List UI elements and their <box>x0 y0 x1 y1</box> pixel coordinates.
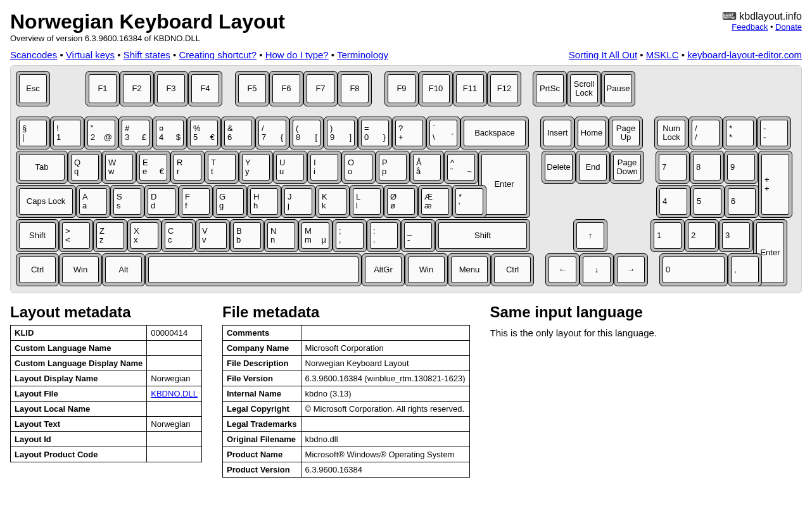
key-r1-12[interactable]: `\´ <box>426 117 460 149</box>
nav-link[interactable]: Terminology <box>337 49 388 60</box>
layout-file-link[interactable]: KBDNO.DLL <box>151 389 198 398</box>
key-num-1[interactable]: 1 <box>650 219 685 252</box>
key-r3-0[interactable]: Aa <box>76 185 110 218</box>
nav-link[interactable]: Virtual keys <box>66 49 115 60</box>
key-bl-1[interactable]: Win <box>59 253 102 286</box>
key-r3-8[interactable]: Ll <box>350 185 384 218</box>
donate-link[interactable]: Donate <box>775 22 802 32</box>
key-num-6[interactable]: 6 <box>725 185 759 218</box>
key-nav2-2[interactable]: Page Down <box>610 151 644 184</box>
key-f3[interactable]: F3 <box>154 71 188 106</box>
key-lshift[interactable]: Shift <box>16 219 59 252</box>
key-r4-7[interactable]: ;, <box>333 219 367 252</box>
key-capslock[interactable]: Caps Lock <box>16 185 76 218</box>
key-sys-0[interactable]: PrtSc <box>533 71 567 106</box>
key-br-0[interactable]: AltGr <box>362 253 405 286</box>
key-r2-8[interactable]: Oo <box>341 151 376 184</box>
key-numtop-3[interactable]: -- <box>757 117 791 149</box>
key-bl-2[interactable]: Alt <box>102 253 145 286</box>
key-iso[interactable]: >< <box>59 219 93 252</box>
key-r4-1[interactable]: Xx <box>127 219 162 252</box>
key-r2-7[interactable]: Ii <box>307 151 341 184</box>
key-r1-9[interactable]: )9] <box>324 117 358 149</box>
key-r3-5[interactable]: Hh <box>247 185 281 218</box>
key-r3-11[interactable]: *' <box>452 185 486 218</box>
key-br-2[interactable]: Menu <box>448 253 491 286</box>
key-f6[interactable]: F6 <box>269 71 303 106</box>
nav-link[interactable]: Shift states <box>124 49 170 60</box>
nav-link[interactable]: Sorting It All Out <box>569 49 637 60</box>
key-numtop-1[interactable]: // <box>688 117 723 149</box>
nav-link[interactable]: How do I type? <box>265 49 329 60</box>
key-arrow-2[interactable]: → <box>614 253 648 286</box>
key-up[interactable]: ↑ <box>573 219 607 252</box>
key-num0[interactable]: 0 <box>659 253 728 286</box>
key-tab[interactable]: Tab <box>16 151 68 184</box>
key-numtop-0[interactable]: Num Lock <box>654 117 688 149</box>
key-num-7[interactable]: 7 <box>656 151 690 184</box>
key-r1-8[interactable]: (8[ <box>289 117 324 149</box>
key-r2-3[interactable]: Rr <box>170 151 205 184</box>
key-arrow-0[interactable]: ← <box>545 253 580 286</box>
key-r1-6[interactable]: &6 <box>221 117 255 149</box>
key-r3-2[interactable]: Dd <box>144 185 179 218</box>
key-nav1-2[interactable]: Page Up <box>609 117 643 149</box>
key-r4-2[interactable]: Cc <box>162 219 196 252</box>
key-nav2-0[interactable]: Delete <box>542 151 576 184</box>
key-r3-6[interactable]: Jj <box>281 185 315 218</box>
key-num-5[interactable]: 5 <box>690 185 725 218</box>
key-r4-8[interactable]: :. <box>367 219 401 252</box>
key-rshift[interactable]: Shift <box>435 219 530 252</box>
key-f7[interactable]: F7 <box>303 71 338 106</box>
nav-link[interactable]: Scancodes <box>10 49 57 60</box>
key-r3-9[interactable]: Øø <box>384 185 418 218</box>
key-f8[interactable]: F8 <box>338 71 372 106</box>
key-f5[interactable]: F5 <box>235 71 269 106</box>
key-r4-6[interactable]: Mmµ <box>298 219 333 252</box>
key-r4-9[interactable]: _- <box>401 219 435 252</box>
key-numtop-2[interactable]: ** <box>723 117 757 149</box>
key-r3-1[interactable]: Ss <box>110 185 144 218</box>
key-br-1[interactable]: Win <box>405 253 448 286</box>
key-r2-1[interactable]: Ww <box>102 151 136 184</box>
key-r4-3[interactable]: Vv <box>196 219 230 252</box>
feedback-link[interactable]: Feedback <box>732 22 768 32</box>
key-num-8[interactable]: 8 <box>690 151 724 184</box>
key-esc[interactable]: Esc <box>16 71 50 106</box>
key-r1-1[interactable]: !1 <box>50 117 84 149</box>
key-r2-10[interactable]: Åå <box>410 151 444 184</box>
key-r2-6[interactable]: Uu <box>273 151 307 184</box>
key-r4-5[interactable]: Nn <box>264 219 298 252</box>
key-r4-0[interactable]: Zz <box>93 219 127 252</box>
key-f9[interactable]: F9 <box>384 71 419 106</box>
key-f10[interactable]: F10 <box>419 71 453 106</box>
key-num-2[interactable]: 2 <box>685 219 719 252</box>
key-r1-7[interactable]: /7{ <box>255 117 289 149</box>
key-r1-3[interactable]: #3£ <box>118 117 153 149</box>
key-numplus[interactable]: ++ <box>758 151 792 218</box>
key-r2-9[interactable]: Pp <box>376 151 410 184</box>
key-r1-5[interactable]: %5€ <box>187 117 221 149</box>
key-r1-10[interactable]: =0} <box>358 117 392 149</box>
key-nav1-1[interactable]: Home <box>574 117 609 149</box>
key-num-3[interactable]: 3 <box>719 219 753 252</box>
key-nav2-1[interactable]: End <box>576 151 610 184</box>
key-f1[interactable]: F1 <box>86 71 120 106</box>
key-arrow-1[interactable]: ↓ <box>580 253 614 286</box>
key-r1-2[interactable]: "2@ <box>84 117 118 149</box>
key-r3-10[interactable]: Ææ <box>418 185 452 218</box>
key-bl-0[interactable]: Ctrl <box>16 253 59 286</box>
key-f11[interactable]: F11 <box>453 71 487 106</box>
key-br-3[interactable]: Ctrl <box>491 253 534 286</box>
nav-link[interactable]: Creating shortcut? <box>179 49 257 60</box>
key-space[interactable] <box>145 253 362 286</box>
key-nav1-0[interactable]: Insert <box>540 117 574 149</box>
key-r1-0[interactable]: §| <box>16 117 50 149</box>
key-r3-7[interactable]: Kk <box>315 185 350 218</box>
key-f12[interactable]: F12 <box>487 71 521 106</box>
key-r3-4[interactable]: Gg <box>213 185 247 218</box>
key-f2[interactable]: F2 <box>120 71 154 106</box>
nav-link[interactable]: MSKLC <box>646 49 679 60</box>
key-r3-3[interactable]: Ff <box>179 185 213 218</box>
key-backspace[interactable]: Backspace <box>460 117 529 149</box>
